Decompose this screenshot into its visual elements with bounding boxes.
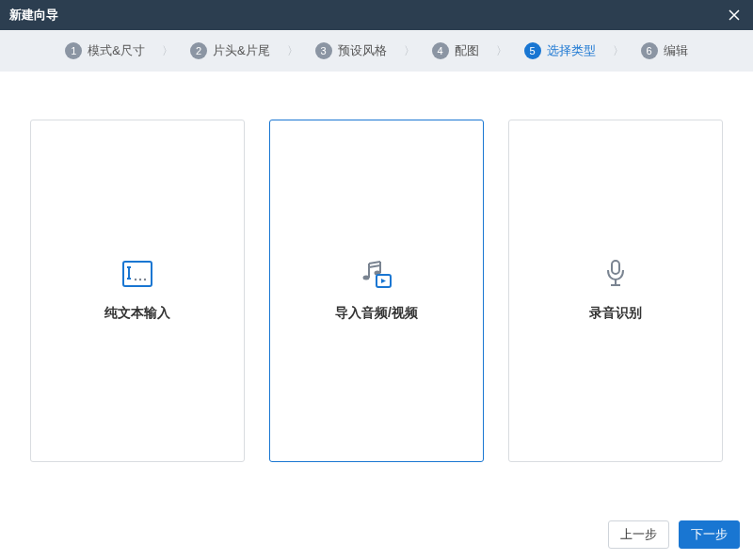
svg-point-3 [144, 278, 146, 280]
step-images[interactable]: 4 配图 [432, 42, 479, 59]
chevron-right-icon: 〉 [287, 43, 298, 59]
step-label: 选择类型 [547, 42, 596, 59]
text-box-icon [122, 260, 152, 288]
chevron-right-icon: 〉 [404, 43, 415, 59]
svg-rect-0 [123, 262, 152, 286]
microphone-icon [604, 260, 627, 288]
chevron-right-icon: 〉 [613, 43, 624, 59]
card-import-av[interactable]: 导入音频/视频 [269, 120, 484, 462]
step-number: 4 [432, 42, 449, 59]
svg-point-1 [135, 278, 136, 280]
step-preset-style[interactable]: 3 预设风格 [315, 42, 387, 59]
titlebar-title: 新建向导 [9, 7, 58, 24]
step-mode-size[interactable]: 1 模式&尺寸 [65, 42, 145, 59]
card-voice-record[interactable]: 录音识别 [508, 120, 723, 462]
step-number: 1 [65, 42, 82, 59]
card-label: 录音识别 [589, 305, 642, 322]
chevron-right-icon: 〉 [162, 43, 173, 59]
titlebar: 新建向导 [0, 0, 753, 30]
svg-rect-7 [612, 261, 619, 274]
step-label: 配图 [455, 42, 479, 59]
card-text-input[interactable]: 纯文本输入 [30, 120, 245, 462]
close-icon[interactable] [725, 6, 744, 24]
step-label: 编辑 [664, 42, 688, 59]
step-label: 片头&片尾 [213, 42, 270, 59]
svg-point-4 [363, 275, 370, 280]
svg-point-2 [139, 278, 141, 280]
step-edit[interactable]: 6 编辑 [641, 42, 688, 59]
music-video-icon [360, 260, 393, 288]
card-label: 导入音频/视频 [335, 305, 418, 322]
step-number: 2 [190, 42, 207, 59]
step-intro-outro[interactable]: 2 片头&片尾 [190, 42, 270, 59]
card-label: 纯文本输入 [104, 305, 170, 322]
content-area: 纯文本输入 导入音频/视频 录音识别 [0, 72, 753, 509]
step-number: 6 [641, 42, 658, 59]
step-number: 3 [315, 42, 332, 59]
step-label: 预设风格 [338, 42, 387, 59]
chevron-right-icon: 〉 [496, 43, 507, 59]
next-button[interactable]: 下一步 [679, 520, 740, 549]
step-select-type[interactable]: 5 选择类型 [524, 42, 596, 59]
prev-button[interactable]: 上一步 [608, 520, 669, 549]
step-number: 5 [524, 42, 541, 59]
footer: 上一步 下一步 [0, 509, 753, 560]
step-label: 模式&尺寸 [88, 42, 145, 59]
step-bar: 1 模式&尺寸 〉 2 片头&片尾 〉 3 预设风格 〉 4 配图 〉 5 选择… [0, 30, 753, 72]
